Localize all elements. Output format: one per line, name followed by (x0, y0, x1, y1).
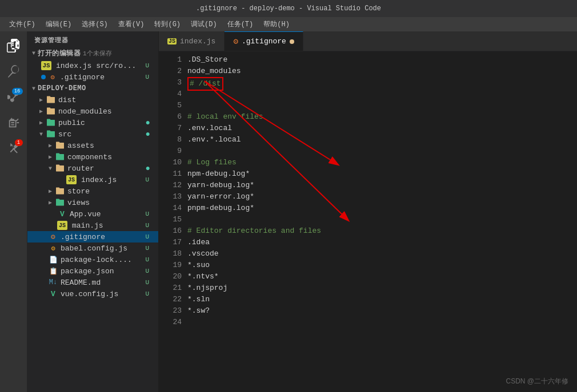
ln-2: 2 (159, 66, 182, 77)
vueconfig-icon: V (48, 289, 58, 298)
code-line-1: .DS_Store (187, 54, 566, 66)
tree-readme[interactable]: ▶ M↓ README.md U (27, 277, 158, 288)
explorer-activity-icon[interactable] (2, 34, 25, 57)
tree-mainjs[interactable]: ▶ JS main.js U (27, 220, 158, 231)
menu-select[interactable]: 选择(S) (77, 18, 113, 30)
tab-indexjs[interactable]: JS index.js (159, 31, 225, 51)
ln-10: 10 (159, 157, 182, 168)
views-label: views (67, 199, 154, 207)
code-line-13: yarn-error.log* (187, 191, 566, 203)
code-line-9 (187, 146, 566, 157)
menu-help[interactable]: 帮助(H) (259, 18, 294, 30)
vueconfig-label: vue.config.js (61, 290, 145, 298)
public-dot: ● (146, 118, 154, 127)
tree-router[interactable]: ▼ router ● (27, 163, 158, 174)
tree-router-index[interactable]: ▶ JS index.js U (27, 174, 158, 185)
readme-badge: U (145, 279, 154, 286)
tab-indexjs-icon: JS (167, 38, 177, 45)
tree-node-modules[interactable]: ▶ node_modules (27, 106, 158, 117)
ln-13: 13 (159, 191, 182, 203)
open-editor-gitignore-badge: U (145, 74, 154, 80)
ln-23: 23 (159, 305, 182, 317)
debug-activity-icon[interactable] (2, 111, 25, 134)
router-index-badge: U (145, 176, 154, 183)
tree-views[interactable]: ▶ views (27, 197, 158, 208)
open-editors-header[interactable]: ▼ 打开的编辑器 1个未保存 (27, 47, 158, 60)
menu-file[interactable]: 文件(F) (5, 18, 40, 30)
sidebar-title: 资源管理器 (27, 31, 158, 47)
tab-gitignore[interactable]: ⚙ .gitignore (225, 31, 303, 51)
code-line-14: pnpm-debug.log* (187, 203, 566, 214)
activity-bar: 16 1 (0, 31, 27, 392)
code-lines: .DS_Store node_modules # /dist # /dist #… (187, 54, 577, 389)
tab-gitignore-label: .gitignore (242, 37, 286, 46)
store-arrow: ▶ (46, 188, 55, 195)
tree-gitignore[interactable]: ▶ ⚙ .gitignore U (27, 231, 158, 243)
menu-edit[interactable]: 编辑(E) (41, 18, 77, 30)
tree-assets[interactable]: ▶ assets (27, 140, 158, 151)
tree-components[interactable]: ▶ components (27, 151, 158, 163)
editor-wrapper: JS index.js ⚙ .gitignore 1 2 3 4 5 6 7 8… (159, 31, 577, 392)
menu-task[interactable]: 任务(T) (223, 18, 258, 30)
line3-highlight-box: # /dist (187, 77, 223, 91)
views-arrow: ▶ (46, 199, 55, 206)
tree-public[interactable]: ▶ public ● (27, 117, 158, 128)
dist-folder-icon (46, 95, 56, 104)
router-dot: ● (146, 164, 154, 173)
ln-17: 17 (159, 237, 182, 248)
tree-babel[interactable]: ▶ ⚙ babel.config.js U (27, 243, 158, 254)
gitignore-icon: ⚙ (48, 232, 58, 241)
tree-dist[interactable]: ▶ dist (27, 94, 158, 106)
tree-vueconfig[interactable]: ▶ V vue.config.js U (27, 288, 158, 300)
appvue-icon: V (57, 209, 67, 219)
line-numbers: 1 2 3 4 5 6 7 8 9 10 11 12 13 14 15 16 1… (159, 54, 187, 389)
tree-packagejson[interactable]: ▶ 📋 package.json U (27, 265, 158, 277)
editor-content[interactable]: 1 2 3 4 5 6 7 8 9 10 11 12 13 14 15 16 1… (159, 51, 577, 392)
ln-18: 18 (159, 248, 182, 260)
open-editor-gitignore[interactable]: ⚙ .gitignore U (27, 71, 158, 83)
code-line-2: node_modules (187, 66, 566, 77)
assets-label: assets (67, 142, 154, 150)
ln-7: 7 (159, 123, 182, 134)
packagelock-icon: 📄 (48, 255, 58, 264)
node-modules-arrow: ▶ (37, 108, 46, 115)
ln-14: 14 (159, 203, 182, 214)
code-line-6: # local env files (187, 111, 566, 123)
mainjs-label: main.js (72, 221, 145, 230)
appvue-label: App.vue (70, 210, 145, 219)
router-folder-icon (55, 164, 65, 173)
menu-view[interactable]: 查看(V) (114, 18, 149, 30)
public-folder-icon (46, 118, 56, 127)
extensions-badge: 1 (15, 139, 23, 146)
open-editors-arrow: ▼ (32, 50, 35, 56)
tree-store[interactable]: ▶ store (27, 185, 158, 197)
tree-src[interactable]: ▼ src ● (27, 128, 158, 140)
packagelock-label: package-lock.... (61, 256, 145, 264)
components-label: components (67, 153, 154, 161)
sourcecontrol-activity-icon[interactable]: 16 (2, 86, 25, 108)
extensions-activity-icon[interactable]: 1 (2, 137, 25, 160)
components-arrow: ▶ (46, 153, 55, 160)
tree-packagelock[interactable]: ▶ 📄 package-lock.... U (27, 254, 158, 265)
appvue-badge: U (145, 211, 154, 217)
tab-bar: JS index.js ⚙ .gitignore (159, 31, 577, 51)
open-editor-indexjs[interactable]: JS index.js src/ro... U (27, 60, 158, 71)
mainjs-badge: U (145, 222, 154, 229)
tree-appvue[interactable]: ▶ V App.vue U (27, 208, 158, 220)
packagejson-icon: 📋 (48, 266, 58, 276)
ln-3: 3 (159, 77, 182, 88)
menu-goto[interactable]: 转到(G) (150, 18, 185, 30)
title-bar-text: .gitignore - deploy-demo - Visual Studio… (6, 5, 571, 13)
project-header[interactable]: ▼ DEPLOY-DEMO (27, 83, 158, 94)
js-file-icon: JS (41, 61, 51, 70)
sourcecontrol-badge: 16 (12, 88, 23, 95)
open-editor-indexjs-badge: U (145, 62, 154, 69)
code-line-16: # Editor directories and files (187, 225, 566, 237)
readme-label: README.md (61, 278, 145, 287)
code-line-19: *.suo (187, 260, 566, 271)
search-activity-icon[interactable] (2, 60, 25, 83)
src-dot: ● (146, 130, 154, 139)
code-line-3: # /dist # /dist (187, 77, 566, 88)
menu-debug[interactable]: 调试(D) (186, 18, 222, 30)
babel-badge: U (145, 245, 154, 252)
